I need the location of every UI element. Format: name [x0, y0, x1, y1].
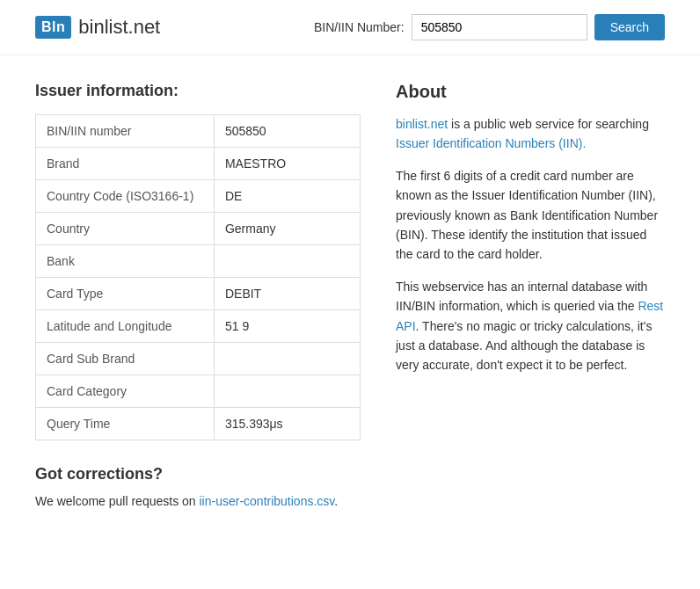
- row-value: 315.393μs: [214, 408, 360, 440]
- row-label: Card Category: [36, 375, 215, 408]
- corrections-link[interactable]: iin-user-contributions.csv: [200, 494, 335, 508]
- corrections-text-prefix: We welcome pull requests on: [35, 494, 200, 508]
- row-value: 505850: [214, 115, 360, 148]
- search-input[interactable]: [412, 14, 587, 40]
- row-label: Bank: [36, 245, 215, 278]
- row-value: DEBIT: [214, 278, 360, 310]
- table-row: Query Time315.393μs: [36, 408, 361, 440]
- table-row: Card TypeDEBIT: [36, 278, 361, 310]
- table-row: Card Category: [36, 375, 361, 408]
- table-row: CountryGermany: [36, 213, 361, 245]
- row-value: Germany: [214, 213, 360, 245]
- about-paragraph-3-prefix: This webservice has an internal database…: [396, 280, 647, 313]
- right-panel: About binlist.net is a public web servic…: [396, 82, 665, 511]
- table-row: Country Code (ISO3166-1)DE: [36, 180, 361, 213]
- row-label: BIN/IIN number: [36, 115, 215, 148]
- table-row: Latitude and Longitude51 9: [36, 310, 361, 343]
- about-paragraph-3: This webservice has an internal database…: [396, 277, 665, 375]
- row-label: Country Code (ISO3166-1): [36, 180, 215, 213]
- about-title: About: [396, 82, 665, 102]
- row-value: DE: [214, 180, 360, 213]
- row-value: 51 9: [214, 310, 360, 343]
- table-row: BrandMAESTRO: [36, 148, 361, 180]
- logo-text: binlist.net: [78, 16, 160, 39]
- iin-link[interactable]: Issuer Identification Numbers (IIN).: [396, 136, 586, 150]
- issuer-info-table: BIN/IIN number505850BrandMAESTROCountry …: [35, 114, 361, 440]
- corrections-title: Got corrections?: [35, 465, 361, 484]
- search-label: BIN/IIN Number:: [314, 20, 405, 34]
- table-row: Card Sub Brand: [36, 343, 361, 375]
- header: Bln binlist.net BIN/IIN Number: Search: [0, 0, 700, 55]
- row-label: Card Sub Brand: [36, 343, 215, 375]
- left-panel: Issuer information: BIN/IIN number505850…: [35, 82, 361, 511]
- main-content: Issuer information: BIN/IIN number505850…: [0, 55, 700, 537]
- row-label: Query Time: [36, 408, 215, 440]
- about-paragraph-2: The first 6 digits of a credit card numb…: [396, 166, 665, 265]
- table-row: BIN/IIN number505850: [36, 115, 361, 148]
- about-paragraph-3-suffix: . There's no magic or tricky calculation…: [396, 319, 652, 373]
- search-container: BIN/IIN Number: Search: [314, 14, 665, 40]
- row-value: [214, 375, 360, 408]
- row-label: Card Type: [36, 278, 215, 310]
- row-label: Brand: [36, 148, 215, 180]
- corrections-section: Got corrections? We welcome pull request…: [35, 465, 361, 511]
- row-label: Country: [36, 213, 215, 245]
- search-button[interactable]: Search: [594, 14, 665, 40]
- logo-container: Bln binlist.net: [35, 16, 160, 39]
- binlist-link[interactable]: binlist.net: [396, 117, 448, 131]
- table-row: Bank: [36, 245, 361, 278]
- about-paragraph-1: binlist.net is a public web service for …: [396, 114, 665, 154]
- about-paragraph-1-suffix: is a public web service for searching: [448, 117, 649, 131]
- logo-icon: Bln: [35, 16, 71, 39]
- row-label: Latitude and Longitude: [36, 310, 215, 343]
- corrections-text: We welcome pull requests on iin-user-con…: [35, 492, 361, 511]
- issuer-section-title: Issuer information:: [35, 82, 361, 100]
- row-value: MAESTRO: [214, 148, 360, 180]
- row-value: [214, 245, 360, 278]
- row-value: [214, 343, 360, 375]
